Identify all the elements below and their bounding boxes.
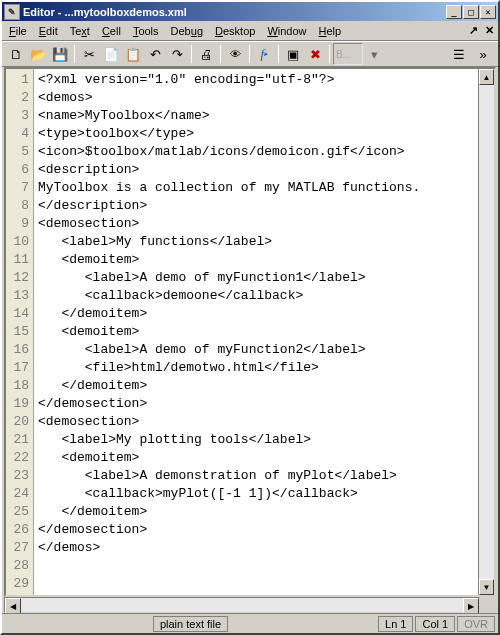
base-dropdown[interactable]: B...	[333, 43, 363, 65]
menu-cell[interactable]: Cell	[96, 23, 127, 39]
hscroll-row: ◀ ▶	[4, 597, 496, 613]
minimize-button[interactable]: _	[446, 5, 462, 19]
toolbar-separator	[278, 45, 279, 63]
code-text[interactable]: <?xml version="1.0" encoding="utf-8"?><d…	[34, 69, 478, 595]
scroll-up-icon[interactable]: ▲	[479, 69, 494, 85]
line-gutter: 1234567891011121314151617181920212223242…	[6, 69, 34, 595]
debug-step-icon[interactable]: ▾	[363, 43, 385, 65]
copy-icon[interactable]: 📄	[100, 43, 122, 65]
scroll-down-icon[interactable]: ▼	[479, 579, 494, 595]
save-icon[interactable]: 💾	[49, 43, 71, 65]
cut-icon[interactable]: ✂	[78, 43, 100, 65]
status-line-label: Ln	[385, 618, 397, 630]
status-col-label: Col	[422, 618, 439, 630]
toolbar-separator	[249, 45, 250, 63]
menu-edit[interactable]: Edit	[33, 23, 64, 39]
toolbar-separator	[74, 45, 75, 63]
close-button[interactable]: ✕	[480, 5, 496, 19]
status-col: Col 1	[415, 616, 455, 632]
chevron-icon[interactable]: »	[472, 43, 494, 65]
menu-text[interactable]: Text	[64, 23, 96, 39]
dock-button[interactable]: ↗	[466, 24, 480, 38]
menu-file[interactable]: File	[3, 23, 33, 39]
toolbar-separator	[220, 45, 221, 63]
titlebar[interactable]: ✎ Editor - ...mytoolboxdemos.xml _ □ ✕	[2, 2, 498, 21]
open-icon[interactable]: 📂	[27, 43, 49, 65]
undo-icon[interactable]: ↶	[144, 43, 166, 65]
menubar: File Edit Text Cell Tools Debug Desktop …	[2, 21, 498, 41]
status-col-value: 1	[442, 618, 448, 630]
status-ovr: OVR	[457, 616, 495, 632]
toolbar-separator	[329, 45, 330, 63]
redo-icon[interactable]: ↷	[166, 43, 188, 65]
editor-area: 1234567891011121314151617181920212223242…	[4, 67, 496, 597]
window-title: Editor - ...mytoolboxdemos.xml	[23, 6, 446, 18]
maximize-button[interactable]: □	[463, 5, 479, 19]
status-filetype: plain text file	[153, 616, 228, 632]
menu-tools[interactable]: Tools	[127, 23, 165, 39]
breakpoint-icon[interactable]: ▣	[282, 43, 304, 65]
horizontal-scrollbar[interactable]: ◀ ▶	[4, 597, 480, 613]
toolbar-separator	[191, 45, 192, 63]
toolbar: 🗋 📂 💾 ✂ 📄 📋 ↶ ↷ 🖨 👁 f▸ ▣ ✖ B... ▾ ☰ »	[2, 41, 498, 67]
find-icon[interactable]: 👁	[224, 43, 246, 65]
menu-window[interactable]: Window	[261, 23, 312, 39]
status-line-value: 1	[400, 618, 406, 630]
menu-help[interactable]: Help	[313, 23, 348, 39]
scroll-track[interactable]	[479, 85, 494, 579]
vertical-scrollbar[interactable]: ▲ ▼	[478, 69, 494, 595]
app-icon: ✎	[4, 4, 20, 20]
status-line: Ln 1	[378, 616, 413, 632]
new-icon[interactable]: 🗋	[5, 43, 27, 65]
scroll-left-icon[interactable]: ◀	[5, 598, 21, 614]
scroll-track[interactable]	[21, 598, 463, 612]
dock-close-button[interactable]: ✕	[482, 24, 496, 38]
menu-debug[interactable]: Debug	[165, 23, 209, 39]
resize-grip[interactable]	[480, 597, 496, 613]
stack-icon[interactable]: ☰	[448, 43, 470, 65]
menu-desktop[interactable]: Desktop	[209, 23, 261, 39]
clear-breakpoint-icon[interactable]: ✖	[304, 43, 326, 65]
print-icon[interactable]: 🖨	[195, 43, 217, 65]
paste-icon[interactable]: 📋	[122, 43, 144, 65]
statusbar: plain text file Ln 1 Col 1 OVR	[2, 613, 498, 633]
function-icon[interactable]: f▸	[253, 43, 275, 65]
scroll-right-icon[interactable]: ▶	[463, 598, 479, 614]
editor-window: ✎ Editor - ...mytoolboxdemos.xml _ □ ✕ F…	[0, 0, 500, 635]
